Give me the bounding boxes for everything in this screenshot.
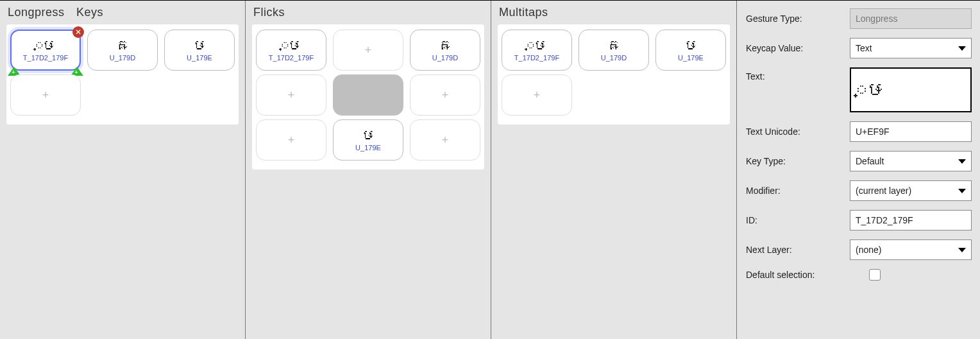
flicks-row-2: + + <box>256 74 480 116</box>
longpress-keys-area: ្ឞ T_17D2_179F ✕ + + ឝ U_179D ឞ U_179E + <box>6 24 239 125</box>
longpress-key-selected[interactable]: ្ឞ T_17D2_179F ✕ + + <box>10 30 81 71</box>
select-key-type[interactable]: Default <box>850 151 972 171</box>
flick-se[interactable]: + <box>410 119 480 161</box>
flick-e[interactable]: + <box>410 74 480 116</box>
select-keycap-value[interactable]: Text <box>850 38 972 58</box>
flick-s[interactable]: ឞ U_179E <box>333 119 403 161</box>
value-text-unicode: U+EF9F <box>856 126 890 137</box>
flick-n[interactable]: + <box>333 30 403 71</box>
panel-multitaps-heading: Multitaps <box>499 6 729 19</box>
input-id[interactable]: T_17D2_179F <box>850 210 972 230</box>
flick-center <box>333 74 403 116</box>
plus-icon: + <box>42 89 49 101</box>
key-code: T_17D2_179F <box>269 54 314 62</box>
value-next-layer: (none) <box>856 245 881 255</box>
properties-grid: Gesture Type: Longpress Keycap Value: Te… <box>743 4 978 281</box>
panel-longpress: Longpress Keys ្ឞ T_17D2_179F ✕ + + ឝ U_… <box>0 1 246 339</box>
key-code: U_179E <box>678 54 704 62</box>
input-text[interactable]: ្ឞ <box>850 67 972 112</box>
longpress-row-2: + <box>10 74 235 116</box>
longpress-key[interactable]: ឝ U_179D <box>87 30 158 71</box>
longpress-row-1: ្ឞ T_17D2_179F ✕ + + ឝ U_179D ឞ U_179E <box>10 30 235 71</box>
value-key-type: Default <box>856 156 884 166</box>
key-glyph: ឞ <box>193 39 207 53</box>
app-root: Longpress Keys ្ឞ T_17D2_179F ✕ + + ឝ U_… <box>0 0 980 339</box>
plus-icon: + <box>534 89 541 101</box>
flicks-row-1: ្ឞ T_17D2_179F + ឝ U_179D <box>256 30 480 71</box>
label-text: Text: <box>746 71 841 82</box>
value-gesture-type: Longpress <box>856 13 897 24</box>
plus-icon: + <box>288 134 295 146</box>
label-text-unicode: Text Unicode: <box>746 126 841 137</box>
checkbox-default-selection-wrap <box>850 269 972 281</box>
multitap-key[interactable]: ្ឞ T_17D2_179F <box>502 30 572 71</box>
label-keycap-value: Keycap Value: <box>746 43 841 53</box>
flick-w[interactable]: + <box>256 74 326 116</box>
key-code: U_179D <box>432 54 458 62</box>
panel-longpress-heading: Longpress Keys <box>8 6 237 19</box>
key-glyph: ឞ <box>362 128 375 143</box>
key-glyph: ្ឞ <box>281 39 301 53</box>
input-text-unicode[interactable]: U+EF9F <box>850 121 972 142</box>
label-key-type: Key Type: <box>746 156 841 166</box>
label-modifier: Modifier: <box>746 186 841 196</box>
checkbox-default-selection[interactable] <box>869 269 881 281</box>
key-code: U_179E <box>187 54 212 62</box>
label-id: ID: <box>746 215 841 225</box>
value-text: ្ឞ <box>856 79 886 101</box>
plus-icon: + <box>442 89 449 101</box>
key-code: T_17D2_179F <box>23 54 68 62</box>
key-glyph: ឝ <box>115 39 130 53</box>
close-icon[interactable]: ✕ <box>72 26 84 38</box>
key-glyph: ឝ <box>607 39 621 53</box>
plus-icon: + <box>365 44 372 56</box>
flick-nw[interactable]: ្ឞ T_17D2_179F <box>256 30 326 71</box>
multitap-key[interactable]: ឞ U_179E <box>655 30 726 71</box>
label-gesture-type: Gesture Type: <box>746 13 841 24</box>
select-modifier[interactable]: (current layer) <box>850 180 972 201</box>
label-default-selection: Default selection: <box>746 270 841 280</box>
plus-icon: + <box>288 89 295 101</box>
flick-sw[interactable]: + <box>256 119 326 161</box>
value-modifier: (current layer) <box>856 186 911 196</box>
flicks-grid: ្ឞ T_17D2_179F + ឝ U_179D + + <box>252 24 484 170</box>
plus-icon: + <box>442 134 449 146</box>
multitap-add-key[interactable]: + <box>502 74 572 116</box>
value-keycap-value: Text <box>856 43 872 53</box>
key-code: U_179E <box>355 144 381 152</box>
panel-flicks-heading: Flicks <box>253 6 483 19</box>
multitap-key[interactable]: ឝ U_179D <box>579 30 649 71</box>
field-gesture-type: Longpress <box>850 8 972 29</box>
multitaps-row-2: + <box>502 74 726 116</box>
key-glyph: ឝ <box>438 39 452 53</box>
value-id: T_17D2_179F <box>856 215 913 225</box>
panel-properties: Gesture Type: Longpress Keycap Value: Te… <box>737 1 980 339</box>
panel-flicks: Flicks ្ឞ T_17D2_179F + ឝ U_179D + <box>246 1 491 339</box>
flick-ne[interactable]: ឝ U_179D <box>410 30 480 71</box>
key-code: U_179D <box>601 54 627 62</box>
key-glyph: ឞ <box>684 39 698 53</box>
multitaps-keys-area: ្ឞ T_17D2_179F ឝ U_179D ឞ U_179E + <box>498 24 730 125</box>
longpress-key[interactable]: ឞ U_179E <box>164 30 235 71</box>
longpress-add-key[interactable]: + <box>10 74 81 116</box>
key-glyph: ្ឞ <box>35 39 56 53</box>
key-code: U_179D <box>110 54 135 62</box>
multitaps-row-1: ្ឞ T_17D2_179F ឝ U_179D ឞ U_179E <box>502 30 726 71</box>
select-next-layer[interactable]: (none) <box>850 239 972 260</box>
key-code: T_17D2_179F <box>514 54 559 62</box>
key-glyph: ្ឞ <box>527 39 547 53</box>
label-next-layer: Next Layer: <box>746 245 841 255</box>
flicks-row-3: + ឞ U_179E + <box>256 119 480 161</box>
panel-multitaps: Multitaps ្ឞ T_17D2_179F ឝ U_179D ឞ U_17… <box>491 1 737 339</box>
